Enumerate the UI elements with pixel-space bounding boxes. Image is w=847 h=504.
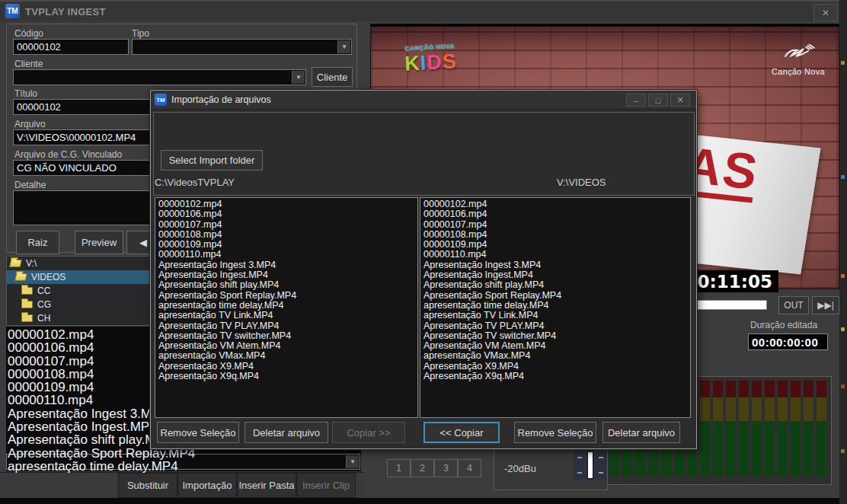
file-list-item[interactable]: Apresentação X9.MP4	[158, 362, 417, 372]
file-list-item[interactable]: Apresentação shift play.MP4	[424, 280, 690, 290]
cliente-button[interactable]: Cliente	[312, 67, 353, 87]
file-list-item[interactable]: Apresentação Ingest.MP4	[424, 270, 690, 280]
file-list-item[interactable]: 00000108.mp4	[424, 230, 690, 240]
channel-buttons: 1 2 3 4	[387, 459, 481, 477]
file-list-item[interactable]: Apresentação VM Atem.MP4	[424, 341, 690, 351]
tree-item[interactable]: CC	[7, 284, 150, 298]
dove-icon	[781, 44, 816, 64]
titulo-label: Título	[14, 88, 37, 99]
tree-item[interactable]: CH	[7, 311, 150, 325]
action-buttons: Substituir Importação Inserir Pasta Inse…	[118, 473, 356, 498]
file-list-item[interactable]: Apresentação X9.MP4	[424, 362, 690, 372]
file-list-item[interactable]: Apresentação TV PLAY.MP4	[158, 321, 417, 331]
file-list-item[interactable]: apresentação TV Link.MP4	[158, 311, 417, 321]
file-list-item[interactable]: 00000107.mp4	[424, 220, 690, 230]
file-list-item[interactable]: Apresentação TV switcher.MP4	[424, 331, 690, 341]
source-file-list: 00000102.mp4 00000106.mp4 00000107.mp4 0…	[155, 197, 418, 418]
file-list-item[interactable]: Apresentação TV PLAY.MP4	[424, 321, 690, 331]
file-list-item[interactable]: apresentação TV Link.MP4	[424, 311, 690, 321]
delete-file-left-button[interactable]: Deletar arquivo	[245, 422, 328, 443]
codigo-label: Código	[14, 28, 43, 39]
file-list-item[interactable]: Apresentação Sport Replay.MP4	[158, 291, 417, 301]
tree-item-label: VIDEOS	[31, 272, 66, 282]
step-forward-button[interactable]: ▶▶|	[812, 296, 839, 314]
file-list-item[interactable]: apresentação VMax.MP4	[158, 351, 417, 361]
file-list-item[interactable]: Apresentação shift play.MP4	[158, 280, 417, 290]
file-list-item[interactable]: 00000108.mp4	[158, 230, 417, 240]
meter-bar	[752, 381, 762, 477]
kids-logo-main-text: KIDS	[404, 49, 457, 76]
file-list-item[interactable]: Apresentação X9q.MP4	[158, 372, 417, 381]
audio-fader[interactable]	[574, 450, 607, 480]
folder-icon	[14, 273, 27, 281]
arquivo-label: Arquivo	[14, 119, 46, 129]
channel-button[interactable]: 3	[434, 459, 458, 477]
file-list-item[interactable]: 00000110.mp4	[158, 250, 417, 260]
file-list-item[interactable]: 00000109.mp4	[424, 240, 690, 250]
file-list-item[interactable]: 00000106.mp4	[424, 209, 690, 219]
brand-name: Canção Nova	[772, 67, 825, 76]
action-button[interactable]: Importação	[177, 473, 237, 498]
file-list-item[interactable]: 00000107.mp4	[158, 220, 417, 230]
remove-selection-left-button[interactable]: Remove Seleção	[157, 422, 239, 443]
file-list-item[interactable]: 00000102.mp4	[424, 199, 690, 209]
action-button[interactable]: Substituir	[118, 473, 177, 498]
tipo-label: Tipo	[132, 28, 149, 39]
desktop-edge-strip	[839, 0, 847, 504]
import-dialog-titlebar: TM Importação de arquivos – □ ✕	[151, 91, 696, 110]
file-list-item[interactable]: apresentação time delay.MP4	[424, 301, 690, 311]
fader-handle[interactable]	[587, 451, 593, 479]
channel-button[interactable]: 2	[411, 459, 434, 477]
clip-list-item[interactable]: apresentação time delay.MP4	[8, 460, 361, 473]
copy-right-button[interactable]: Copiar >>	[332, 422, 405, 443]
remove-selection-right-button[interactable]: Remove Seleção	[514, 422, 596, 443]
codigo-input[interactable]: 00000102	[13, 39, 129, 55]
file-list-item[interactable]: Apresentação Ingest.MP4	[158, 270, 417, 280]
channel-button[interactable]: 4	[458, 459, 481, 477]
meter-bar	[765, 381, 775, 477]
detalhe-label: Detalhe	[14, 180, 46, 190]
action-button[interactable]: Inserir Pasta	[237, 473, 296, 498]
file-list-item[interactable]: Apresentação Sport Replay.MP4	[424, 291, 690, 301]
action-button[interactable]: Inserir Clip	[296, 473, 356, 498]
tree-item[interactable]: CG	[7, 298, 150, 311]
file-list-item[interactable]: 00000102.mp4	[158, 199, 417, 209]
tree-item[interactable]: V:\	[7, 257, 150, 270]
app-logo-icon: TM	[5, 4, 20, 18]
file-list-item[interactable]: Apresentação Ingest 3.MP4	[158, 260, 417, 270]
out-button[interactable]: OUT	[778, 296, 809, 314]
channel-button[interactable]: 1	[387, 459, 411, 477]
minimize-icon[interactable]: –	[626, 94, 646, 107]
file-list-item[interactable]: 00000109.mp4	[158, 240, 417, 250]
chevron-down-icon[interactable]: ▼	[337, 40, 350, 53]
delete-file-right-button[interactable]: Deletar arquivo	[602, 422, 680, 443]
file-list-item[interactable]: apresentação VMax.MP4	[424, 351, 690, 361]
dbu-label: -20dBu	[504, 463, 536, 474]
tipo-select[interactable]: ▼	[132, 39, 352, 55]
file-list-item[interactable]: 00000110.mp4	[424, 250, 690, 260]
file-list-item[interactable]: Apresentação TV switcher.MP4	[158, 331, 417, 341]
window-title: TVPLAY INGEST	[25, 6, 106, 18]
duracao-input[interactable]: 00:00:00:00	[748, 333, 828, 350]
tree-item[interactable]: VIDEOS	[7, 270, 150, 284]
close-icon[interactable]: ✕	[813, 4, 838, 21]
select-import-folder-button[interactable]: Select Import folder	[161, 150, 263, 171]
close-icon[interactable]: ✕	[670, 94, 690, 107]
file-list-item[interactable]: apresentação time delay.MP4	[158, 301, 417, 311]
file-list-item[interactable]: Apresentação VM Atem.MP4	[158, 341, 417, 351]
file-list-item[interactable]: Apresentação Ingest 3.MP4	[424, 260, 690, 270]
tree-item-label: CG	[37, 299, 51, 310]
cliente-select[interactable]: ▼	[13, 69, 306, 85]
copy-left-button[interactable]: << Copiar	[424, 422, 500, 443]
main-titlebar: TM TVPLAY INGEST ✕	[0, 0, 847, 21]
folder-icon	[21, 314, 33, 322]
file-list-item[interactable]: 00000106.mp4	[158, 209, 417, 219]
source-path-label: C:\VideosTVPLAY	[155, 177, 235, 188]
preview-button[interactable]: Preview	[75, 231, 123, 254]
maximize-icon[interactable]: □	[648, 94, 668, 107]
raiz-button[interactable]: Raiz	[16, 231, 59, 254]
folder-tree: V:\ VIDEOS CC CG CH	[6, 256, 151, 326]
kids-logo: CANÇÃO NOVA KIDS	[404, 43, 458, 76]
chevron-down-icon[interactable]: ▼	[292, 71, 305, 84]
file-list-item[interactable]: Apresentação X9q.MP4	[424, 372, 690, 381]
